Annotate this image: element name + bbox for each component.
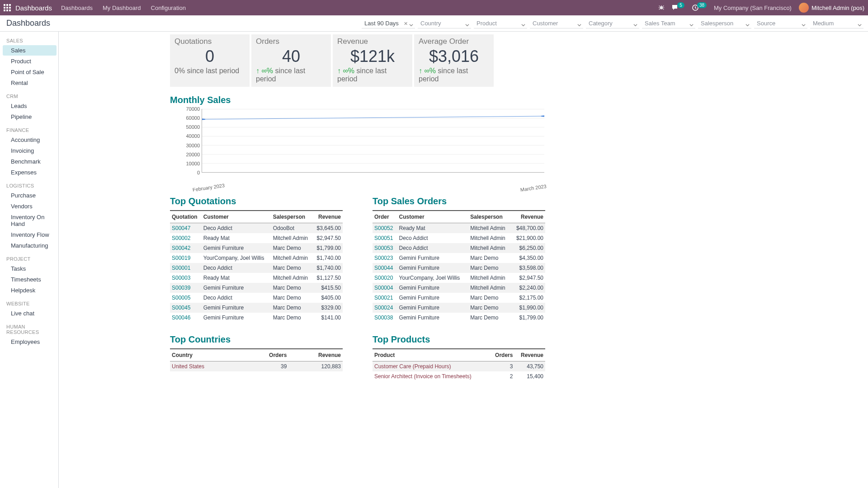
top-quotations-table: QuotationCustomerSalespersonRevenueS0004… <box>170 210 343 323</box>
kpi-delta: 0% since last period <box>175 67 245 75</box>
record-link[interactable]: S00023 <box>374 255 393 261</box>
sidebar-item-timesheets[interactable]: Timesheets <box>3 274 57 285</box>
chevron-down-icon <box>689 22 693 28</box>
record-link[interactable]: S00053 <box>374 245 393 251</box>
filter-country[interactable]: Country <box>418 19 471 28</box>
sidebar-item-tasks[interactable]: Tasks <box>3 263 57 274</box>
table-row: S00045Gemini FurnitureMarc Demo$329.00 <box>170 303 343 313</box>
activity-badge: 38 <box>697 2 707 8</box>
sidebar-item-helpdesk[interactable]: Helpdesk <box>3 285 57 296</box>
sidebar-group-project: PROJECT <box>6 256 57 262</box>
record-link[interactable]: S00052 <box>374 225 393 231</box>
table-row: S00001Deco AddictMarc Demo$1,740.00 <box>170 263 343 273</box>
sidebar-item-sales[interactable]: Sales <box>3 45 57 56</box>
record-link[interactable]: S00051 <box>374 235 393 241</box>
filter-medium[interactable]: Medium <box>810 19 863 28</box>
sidebar-item-inventory-flow[interactable]: Inventory Flow <box>3 230 57 240</box>
record-link[interactable]: S00003 <box>172 275 190 281</box>
sidebar-item-vendors[interactable]: Vendors <box>3 201 57 211</box>
filter-category[interactable]: Category <box>586 19 639 28</box>
table-row: S00042Gemini FurnitureMarc Demo$1,799.00 <box>170 243 343 253</box>
sidebar-item-pipeline[interactable]: Pipeline <box>3 112 57 122</box>
sidebar-item-product[interactable]: Product <box>3 56 57 66</box>
main-content: Quotations 0 0% since last period Orders… <box>59 32 868 488</box>
company-selector[interactable]: My Company (San Francisco) <box>714 5 792 11</box>
sidebar-item-manufacturing[interactable]: Manufacturing <box>3 240 57 251</box>
table-row: S00047Deco AddictOdooBot$3,645.00 <box>170 223 343 234</box>
table-header: Revenue <box>511 211 545 223</box>
chevron-down-icon <box>577 22 581 28</box>
filter-salesperson[interactable]: Salesperson <box>698 19 751 28</box>
sidebar-item-purchase[interactable]: Purchase <box>3 190 57 201</box>
chevron-down-icon <box>858 22 862 28</box>
kpi-label: Revenue <box>337 37 408 46</box>
nav-my-dashboard[interactable]: My Dashboard <box>103 5 141 11</box>
activity-icon[interactable]: 38 <box>692 4 707 11</box>
record-link[interactable]: S00020 <box>374 275 393 281</box>
record-link[interactable]: S00024 <box>374 305 393 311</box>
kpi-value: 0 <box>175 47 245 66</box>
table-row: S00024Gemini FurnitureMarc Demo$1,990.00 <box>373 303 545 313</box>
sidebar-item-benchmark[interactable]: Benchmark <box>3 156 57 167</box>
sidebar-group-crm: CRM <box>6 94 57 99</box>
messages-icon[interactable]: 5 <box>672 5 684 11</box>
filter-source[interactable]: Source <box>754 19 807 28</box>
table-header: Salesperson <box>468 211 511 223</box>
record-link[interactable]: United States <box>172 363 204 370</box>
sidebar-item-invoicing[interactable]: Invoicing <box>3 145 57 156</box>
filter-sales-team[interactable]: Sales Team <box>642 19 695 28</box>
table-header: Product <box>373 349 490 361</box>
kpi-label: Quotations <box>175 37 245 46</box>
table-header: Quotation <box>170 211 202 223</box>
sidebar-item-rental[interactable]: Rental <box>3 78 57 88</box>
table-header: Revenue <box>313 211 343 223</box>
sidebar-item-accounting[interactable]: Accounting <box>3 135 57 145</box>
section-title-top-countries: Top Countries <box>170 334 343 345</box>
record-link[interactable]: S00021 <box>374 295 393 301</box>
kpi-average-order: Average Order $3,016 ↑ ∞% since last per… <box>414 34 494 87</box>
record-link[interactable]: S00046 <box>172 314 190 321</box>
record-link[interactable]: S00044 <box>374 265 393 271</box>
nav-configuration[interactable]: Configuration <box>151 5 186 11</box>
apps-icon[interactable] <box>4 4 11 11</box>
table-header: Revenue <box>288 349 343 361</box>
kpi-value: $3,016 <box>419 47 489 66</box>
sidebar-item-live-chat[interactable]: Live chat <box>3 308 57 319</box>
clear-icon[interactable]: ✕ <box>404 21 408 27</box>
kpi-value: 40 <box>256 47 326 66</box>
sidebar-item-expenses[interactable]: Expenses <box>3 167 57 178</box>
record-link[interactable]: S00039 <box>172 285 190 291</box>
chevron-down-icon <box>409 22 413 28</box>
sidebar-item-point-of-sale[interactable]: Point of Sale <box>3 67 57 77</box>
record-link[interactable]: S00004 <box>374 285 393 291</box>
sidebar-item-leads[interactable]: Leads <box>3 101 57 111</box>
record-link[interactable]: S00019 <box>172 255 190 261</box>
sidebar-item-employees[interactable]: Employees <box>3 337 57 347</box>
nav-dashboards[interactable]: Dashboards <box>61 5 93 11</box>
table-row: S00004Gemini FurnitureMitchell Admin$2,2… <box>373 283 545 293</box>
record-link[interactable]: S00042 <box>172 245 190 251</box>
user-menu[interactable]: Mitchell Admin (pos) <box>799 3 864 13</box>
kpi-orders: Orders 40 ↑ ∞% since last period <box>251 34 331 87</box>
record-link[interactable]: Customer Care (Prepaid Hours) <box>374 363 451 370</box>
chevron-down-icon <box>745 22 750 28</box>
filter-period[interactable]: Last 90 Days✕ <box>362 19 415 28</box>
record-link[interactable]: S00045 <box>172 305 190 311</box>
bug-icon[interactable] <box>658 4 665 12</box>
record-link[interactable]: S00038 <box>374 314 393 321</box>
topbar: Dashboards Dashboards My Dashboard Confi… <box>0 0 868 15</box>
table-header: Customer <box>202 211 271 223</box>
record-link[interactable]: S00001 <box>172 265 190 271</box>
kpi-label: Orders <box>256 37 326 46</box>
filter-product[interactable]: Product <box>474 19 527 28</box>
record-link[interactable]: S00005 <box>172 295 190 301</box>
table-row: S00021Gemini FurnitureMarc Demo$2,175.00 <box>373 293 545 303</box>
table-row: S00051Deco AddictMitchell Admin$21,900.0… <box>373 233 545 243</box>
user-name: Mitchell Admin (pos) <box>811 5 864 11</box>
filter-customer[interactable]: Customer <box>530 19 583 28</box>
record-link[interactable]: Senior Architect (Invoice on Timesheets) <box>374 373 472 380</box>
sidebar-group-finance: FINANCE <box>6 127 57 133</box>
record-link[interactable]: S00002 <box>172 235 190 241</box>
sidebar-item-inventory-on-hand[interactable]: Inventory On Hand <box>3 212 57 229</box>
record-link[interactable]: S00047 <box>172 225 190 231</box>
